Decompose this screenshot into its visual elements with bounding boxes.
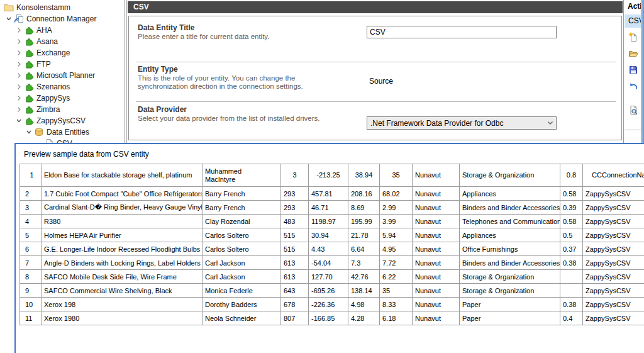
- cell[interactable]: 4.95: [380, 242, 413, 256]
- cell[interactable]: 7.3: [348, 256, 380, 270]
- cell[interactable]: 6.22: [380, 270, 413, 284]
- cell[interactable]: Nunavut: [413, 311, 460, 325]
- cell[interactable]: 457.81: [309, 187, 348, 201]
- cell[interactable]: 10: [20, 298, 42, 311]
- cell[interactable]: 643: [281, 284, 309, 298]
- cell[interactable]: -166.85: [309, 311, 348, 325]
- cell[interactable]: Barry French: [203, 187, 281, 201]
- cell[interactable]: Clay Rozendal: [203, 215, 281, 228]
- cell[interactable]: ZappySysCSV: [583, 228, 644, 242]
- chevron-collapsed-icon[interactable]: [14, 59, 24, 69]
- cell[interactable]: 68.02: [380, 187, 413, 201]
- tree-item-szenarios[interactable]: Szenarios: [0, 81, 123, 92]
- cell[interactable]: Nunavut: [413, 242, 460, 256]
- tree-item-zimbra[interactable]: Zimbra: [0, 104, 123, 115]
- cell[interactable]: G.E. Longer-Life Indoor Recessed Floodli…: [42, 242, 203, 256]
- cell[interactable]: ZappySysCSV: [583, 284, 644, 298]
- save-icon[interactable]: [628, 65, 640, 76]
- cell[interactable]: 8.69: [348, 201, 380, 215]
- cell[interactable]: 208.16: [348, 187, 380, 201]
- cell[interactable]: Holmes HEPA Air Purifier: [42, 228, 203, 242]
- cell[interactable]: 613: [281, 256, 309, 270]
- cell[interactable]: Barry French: [203, 201, 281, 215]
- cell[interactable]: 0.39: [560, 201, 583, 215]
- cell[interactable]: 0.58: [560, 187, 583, 201]
- tree-item-asana[interactable]: Asana: [0, 36, 123, 47]
- cell[interactable]: 30.94: [309, 228, 348, 242]
- cell[interactable]: Nunavut: [413, 201, 460, 215]
- cell[interactable]: 11: [20, 311, 42, 325]
- cell[interactable]: 1: [20, 164, 42, 187]
- cell[interactable]: 38.94: [348, 164, 380, 187]
- cell[interactable]: Nunavut: [413, 164, 460, 187]
- cell[interactable]: ZappySysCSV: [583, 311, 644, 325]
- cell[interactable]: 483: [281, 215, 309, 228]
- tree-item-konsolenstamm[interactable]: Konsolenstamm: [0, 2, 123, 13]
- cell[interactable]: 515: [281, 228, 309, 242]
- chevron-collapsed-icon[interactable]: [14, 104, 24, 115]
- cell[interactable]: 6.64: [348, 242, 380, 256]
- cell[interactable]: Cardinal Slant-D� Ring Binder, Heavy Gau…: [42, 201, 203, 215]
- cell[interactable]: Nunavut: [413, 256, 460, 270]
- cell[interactable]: Nunavut: [413, 270, 460, 284]
- tree-item-connection-manager[interactable]: Connection Manager: [0, 13, 123, 25]
- cell[interactable]: Appliances: [460, 228, 560, 242]
- cell[interactable]: 8.33: [380, 298, 413, 311]
- chevron-collapsed-icon[interactable]: [14, 70, 24, 81]
- tree-item-microsoft-planner[interactable]: Microsoft Planner: [0, 70, 123, 81]
- cell[interactable]: Storage & Organization: [460, 270, 560, 284]
- cell[interactable]: Carl Jackson: [203, 270, 281, 284]
- tree-item-zappysys[interactable]: ZappySys: [0, 92, 123, 104]
- cell[interactable]: 6: [20, 242, 42, 256]
- cell[interactable]: ZappySysCSV: [583, 201, 644, 215]
- cell[interactable]: Paper: [460, 311, 560, 325]
- cell[interactable]: 3.99: [380, 215, 413, 228]
- cell[interactable]: -226.36: [309, 298, 348, 311]
- cell[interactable]: ZappySysCSV: [583, 187, 644, 201]
- cell[interactable]: 0.5: [560, 228, 583, 242]
- cell[interactable]: Nunavut: [413, 187, 460, 201]
- cell[interactable]: 0.38: [560, 298, 583, 311]
- cell[interactable]: 0.4: [560, 311, 583, 325]
- cell[interactable]: Monica Federle: [203, 284, 281, 298]
- cell[interactable]: Eldon Base for stackable storage shelf, …: [42, 164, 203, 187]
- cell[interactable]: 42.76: [348, 270, 380, 284]
- cell[interactable]: 21.78: [348, 228, 380, 242]
- cell[interactable]: Office Furnishings: [460, 242, 560, 256]
- cell[interactable]: 46.71: [309, 201, 348, 215]
- cell[interactable]: Xerox 198: [42, 298, 203, 311]
- cell[interactable]: ZappySysCSV: [583, 256, 644, 270]
- cell[interactable]: 1.7 Cubic Foot Compact "Cube" Office Ref…: [42, 187, 203, 201]
- undo-icon[interactable]: [628, 81, 640, 92]
- cell[interactable]: Carl Jackson: [203, 256, 281, 270]
- cell[interactable]: -695.26: [309, 284, 348, 298]
- cell[interactable]: 0.37: [560, 242, 583, 256]
- cell[interactable]: 3: [281, 164, 309, 187]
- cell[interactable]: Muhammed MacIntyre: [203, 164, 281, 187]
- new-entity-icon[interactable]: [628, 32, 640, 43]
- cell[interactable]: Carlos Soltero: [203, 242, 281, 256]
- chevron-collapsed-icon[interactable]: [14, 36, 24, 47]
- chevron-collapsed-icon[interactable]: [14, 82, 24, 92]
- cell[interactable]: 6.18: [380, 311, 413, 325]
- cell[interactable]: 0.58: [560, 215, 583, 228]
- cell[interactable]: Storage & Organization: [460, 284, 560, 298]
- cell[interactable]: 5: [20, 228, 42, 242]
- cell[interactable]: Nunavut: [413, 298, 460, 311]
- cell[interactable]: ZappySysCSV: [583, 242, 644, 256]
- cell[interactable]: [560, 284, 583, 298]
- cell[interactable]: ZappySysCSV: [583, 215, 644, 228]
- cell[interactable]: Angle-D Binders with Locking Rings, Labe…: [42, 256, 203, 270]
- cell[interactable]: ZappySysCSV: [583, 298, 644, 311]
- cell[interactable]: Neola Schneider: [203, 311, 281, 325]
- cell[interactable]: 4.43: [309, 242, 348, 256]
- entity-title-input[interactable]: [367, 26, 557, 38]
- cell[interactable]: 35: [380, 164, 413, 187]
- cell[interactable]: 7.72: [380, 256, 413, 270]
- cell[interactable]: 807: [281, 311, 309, 325]
- cell[interactable]: 138.14: [348, 284, 380, 298]
- cell[interactable]: Nunavut: [413, 215, 460, 228]
- cell[interactable]: 35: [380, 284, 413, 298]
- cell[interactable]: Storage & Organization: [460, 164, 560, 187]
- preview-icon[interactable]: [628, 105, 640, 116]
